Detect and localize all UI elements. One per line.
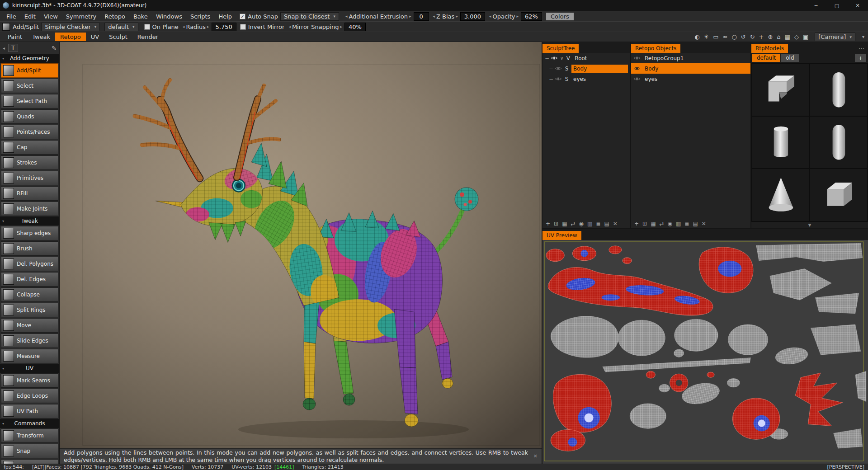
panel-icon[interactable]: ▥ [587, 221, 592, 227]
tool-partial[interactable] [1, 459, 58, 464]
sculpt-tree-row-eyes[interactable]: − S eyes [547, 74, 630, 84]
rows-icon[interactable]: ▤ [693, 221, 698, 227]
rotate-left-icon[interactable]: ↺ [741, 33, 746, 40]
retopo-group-label-selected[interactable]: Body [643, 66, 748, 72]
preset-dropdown[interactable]: default ▾ [104, 23, 138, 31]
rtp-tab-default[interactable]: default [752, 54, 780, 62]
tool-measure[interactable]: Measure [1, 349, 58, 363]
menu-view[interactable]: View [40, 13, 62, 20]
swap-icon[interactable]: ⇄ [571, 221, 575, 227]
scroll-down-strip[interactable]: ▼ [751, 222, 868, 228]
help-close-icon[interactable]: ✕ [533, 453, 538, 460]
environment-icon[interactable]: ≈ [723, 33, 728, 40]
section-commands[interactable]: ▾ Commands [0, 419, 59, 428]
tool-add-split[interactable]: Add/Split [1, 63, 58, 78]
sphere-icon[interactable]: ◉ [579, 221, 584, 227]
sculpt-tree-tab[interactable]: SculptTree [542, 44, 579, 53]
tool-brush[interactable]: Brush [1, 241, 58, 256]
tool-del-polygons[interactable]: Del. Polygons [1, 257, 58, 271]
opacity-spinner[interactable]: ◂ Opacity ▸ [489, 13, 519, 20]
tool-make-joints[interactable]: Make Joints [1, 202, 58, 216]
spin-right-icon[interactable]: ▸ [409, 14, 411, 19]
invert-mirror-checkbox[interactable] [240, 24, 246, 30]
camera-dropdown[interactable]: [Camera] ▾ [815, 33, 855, 41]
menu-edit[interactable]: Edit [20, 13, 40, 20]
visibility-eye-icon[interactable] [555, 76, 562, 81]
section-uv[interactable]: ▾ UV [0, 364, 59, 373]
tab-paint[interactable]: Paint [3, 33, 27, 41]
retopo-row-group[interactable]: RetopoGroup1 [631, 53, 750, 63]
ortho-icon[interactable]: ▣ [803, 33, 808, 40]
tool-select-path[interactable]: Select Path [1, 94, 58, 108]
additional-extrusion-spinner[interactable]: ◂ Additional Extrusion ▸ [345, 13, 411, 20]
tool-select[interactable]: Select [1, 79, 58, 93]
section-tweak[interactable]: ▾ Tweak [0, 216, 59, 226]
menu-bake[interactable]: Bake [129, 13, 152, 20]
menu-file[interactable]: File [2, 13, 20, 20]
spin-left-icon[interactable]: ◂ [489, 14, 491, 19]
tab-uv[interactable]: UV [86, 33, 104, 41]
spin-right-icon[interactable]: ▸ [340, 24, 342, 29]
retopo-row-eyes[interactable]: eyes [631, 74, 750, 84]
checker-dropdown[interactable]: Simple Checker ▾ [41, 23, 100, 31]
tab-retopo[interactable]: Retopo [55, 33, 86, 41]
panel-menu-icon[interactable]: ⋯ [859, 45, 868, 53]
tool-move[interactable]: Move [1, 318, 58, 333]
rtp-model-cone[interactable] [752, 169, 809, 221]
tool-strokes[interactable]: Strokes [1, 155, 58, 170]
clone-icon[interactable]: ⊞ [642, 221, 647, 227]
tool-uv-path[interactable]: UV Path [1, 404, 58, 418]
panel-collapse-icon[interactable]: ▾ [862, 34, 865, 39]
maximize-button[interactable]: ▢ [826, 0, 847, 11]
z-bias-value[interactable]: 3.000 [460, 12, 485, 21]
caret-open-icon[interactable]: ∨ [560, 56, 563, 61]
layer-label-selected[interactable]: Body [571, 65, 628, 73]
tool-cap[interactable]: Cap [1, 140, 58, 155]
sculpt-tree-row-root[interactable]: − ∨ V Root [542, 53, 630, 63]
grid-icon[interactable]: ▦ [785, 33, 790, 40]
snap-to-dropdown[interactable]: Snap to Closest ▾ [280, 12, 339, 21]
radius-value[interactable]: 5.750 [212, 23, 236, 31]
mirror-snapping-spinner[interactable]: ◂ Mirror Snapping ▸ [288, 24, 342, 30]
spin-left-icon[interactable]: ◂ [183, 24, 185, 29]
rows-icon[interactable]: ▤ [604, 221, 609, 227]
spin-right-icon[interactable]: ▸ [207, 24, 209, 29]
close-button[interactable]: ✕ [847, 0, 868, 11]
shading-mode-icon[interactable]: ◐ [694, 33, 699, 40]
visibility-eye-icon[interactable] [633, 56, 641, 61]
spin-left-icon[interactable]: ◂ [433, 14, 435, 19]
zoom-icon[interactable]: ⊕ [768, 33, 773, 40]
collapse-left-icon[interactable]: ◂ [3, 46, 5, 51]
tool-quads[interactable]: Quads [1, 109, 58, 124]
retopo-group-label[interactable]: RetopoGroup1 [643, 55, 685, 61]
add-tab-button[interactable]: + [855, 54, 866, 62]
radius-spinner[interactable]: ◂ Radius ▸ [183, 24, 209, 30]
list-icon[interactable]: ≣ [684, 221, 689, 227]
tab-tweak[interactable]: Tweak [27, 33, 55, 41]
visibility-eye-icon[interactable] [555, 66, 562, 71]
tool-primitives[interactable]: Primitives [1, 171, 58, 185]
smooth-shade-icon[interactable]: ○ [731, 33, 736, 40]
rtp-model-capsule-2[interactable] [810, 117, 867, 169]
wireframe-icon[interactable]: ▭ [713, 33, 718, 40]
list-icon[interactable]: ≣ [596, 221, 600, 227]
tool-points-faces[interactable]: Points/Faces [1, 125, 58, 139]
tool-split-rings[interactable]: Split Rings [1, 303, 58, 317]
visibility-eye-icon[interactable] [551, 56, 558, 61]
scroll-down-icon[interactable]: ▼ [808, 223, 811, 227]
light-icon[interactable]: ☀ [704, 33, 709, 40]
spin-right-icon[interactable]: ▸ [456, 14, 458, 19]
menu-help[interactable]: Help [214, 13, 236, 20]
tool-del-edges[interactable]: Del. Edges [1, 272, 58, 287]
layers-icon[interactable]: ▦ [651, 221, 656, 227]
gizmo-icon[interactable]: ◇ [794, 33, 799, 40]
tool-collapse[interactable]: Collapse [1, 287, 58, 302]
retopo-group-label[interactable]: eyes [643, 76, 659, 82]
tab-render[interactable]: Render [132, 33, 163, 41]
z-bias-spinner[interactable]: ◂ Z-Bias ▸ [433, 13, 458, 20]
swap-icon[interactable]: ⇄ [659, 221, 664, 227]
tool-rfill[interactable]: RFill [1, 186, 58, 201]
rtp-models-tab[interactable]: RtpModels [751, 44, 788, 53]
menu-scripts[interactable]: Scripts [186, 13, 214, 20]
retopo-objects-tab[interactable]: Retopo Objects [631, 44, 680, 53]
